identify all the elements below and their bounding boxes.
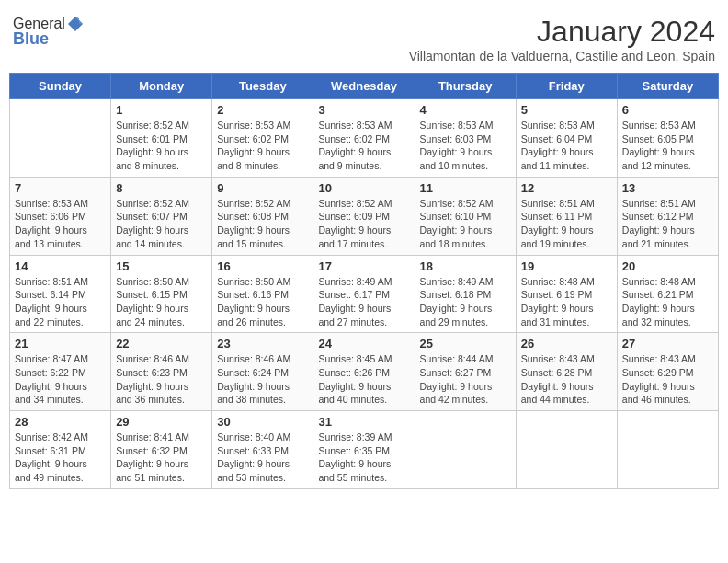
calendar-week-row: 14Sunrise: 8:51 AM Sunset: 6:14 PM Dayli… [10,255,719,333]
day-info: Sunrise: 8:41 AM Sunset: 6:32 PM Dayligh… [116,431,207,485]
weekday-header: Sunday [10,74,111,99]
calendar-day-cell [617,411,718,489]
day-number: 5 [521,103,612,117]
calendar-day-cell: 22Sunrise: 8:46 AM Sunset: 6:23 PM Dayli… [111,333,212,411]
calendar-day-cell [516,411,617,489]
logo: General Blue [13,15,85,49]
calendar-day-cell: 27Sunrise: 8:43 AM Sunset: 6:29 PM Dayli… [617,333,718,411]
day-number: 30 [217,415,308,429]
day-number: 26 [521,337,612,350]
day-info: Sunrise: 8:48 AM Sunset: 6:19 PM Dayligh… [521,275,612,329]
weekday-header: Tuesday [212,74,313,99]
calendar-day-cell: 14Sunrise: 8:51 AM Sunset: 6:14 PM Dayli… [10,255,111,333]
calendar-day-cell: 2Sunrise: 8:53 AM Sunset: 6:02 PM Daylig… [212,99,313,178]
calendar-day-cell: 20Sunrise: 8:48 AM Sunset: 6:21 PM Dayli… [617,255,718,333]
day-info: Sunrise: 8:53 AM Sunset: 6:02 PM Dayligh… [217,119,308,173]
calendar-day-cell: 11Sunrise: 8:52 AM Sunset: 6:10 PM Dayli… [415,177,516,255]
weekday-header: Thursday [415,74,516,99]
day-number: 13 [622,181,713,195]
calendar-day-cell: 12Sunrise: 8:51 AM Sunset: 6:11 PM Dayli… [516,177,617,255]
day-number: 28 [15,415,106,429]
day-info: Sunrise: 8:48 AM Sunset: 6:21 PM Dayligh… [622,275,713,329]
day-info: Sunrise: 8:52 AM Sunset: 6:09 PM Dayligh… [318,197,409,251]
calendar-day-cell: 10Sunrise: 8:52 AM Sunset: 6:09 PM Dayli… [313,177,415,255]
day-number: 17 [318,259,409,273]
day-info: Sunrise: 8:52 AM Sunset: 6:10 PM Dayligh… [420,197,511,251]
weekday-header: Saturday [617,74,718,99]
calendar-day-cell: 9Sunrise: 8:52 AM Sunset: 6:08 PM Daylig… [212,177,313,255]
day-info: Sunrise: 8:52 AM Sunset: 6:08 PM Dayligh… [217,197,308,251]
weekday-header: Wednesday [313,74,415,99]
day-info: Sunrise: 8:43 AM Sunset: 6:28 PM Dayligh… [521,352,612,407]
calendar-day-cell: 4Sunrise: 8:53 AM Sunset: 6:03 PM Daylig… [415,99,516,178]
day-number: 25 [420,337,511,350]
calendar-day-cell: 13Sunrise: 8:51 AM Sunset: 6:12 PM Dayli… [617,177,718,255]
calendar-table: SundayMondayTuesdayWednesdayThursdayFrid… [9,73,719,489]
day-number: 27 [622,337,713,350]
day-number: 18 [420,259,511,273]
day-info: Sunrise: 8:51 AM Sunset: 6:14 PM Dayligh… [15,275,106,329]
day-number: 31 [318,415,409,429]
day-info: Sunrise: 8:46 AM Sunset: 6:23 PM Dayligh… [116,352,207,407]
calendar-day-cell: 8Sunrise: 8:52 AM Sunset: 6:07 PM Daylig… [111,177,212,255]
calendar-week-row: 28Sunrise: 8:42 AM Sunset: 6:31 PM Dayli… [10,411,719,489]
calendar-day-cell: 26Sunrise: 8:43 AM Sunset: 6:28 PM Dayli… [516,333,617,411]
day-number: 14 [15,259,106,273]
day-info: Sunrise: 8:53 AM Sunset: 6:03 PM Dayligh… [420,119,511,173]
calendar-header: SundayMondayTuesdayWednesdayThursdayFrid… [10,74,719,99]
day-info: Sunrise: 8:42 AM Sunset: 6:31 PM Dayligh… [15,431,106,485]
calendar-day-cell: 5Sunrise: 8:53 AM Sunset: 6:04 PM Daylig… [516,99,617,178]
calendar-day-cell [415,411,516,489]
day-number: 1 [116,103,207,117]
day-info: Sunrise: 8:50 AM Sunset: 6:16 PM Dayligh… [217,275,308,329]
calendar-week-row: 1Sunrise: 8:52 AM Sunset: 6:01 PM Daylig… [10,99,719,178]
day-info: Sunrise: 8:40 AM Sunset: 6:33 PM Dayligh… [217,431,308,485]
day-info: Sunrise: 8:52 AM Sunset: 6:01 PM Dayligh… [116,119,207,173]
title-block: January 2024 Villamontan de la Valduerna… [409,15,715,63]
calendar-day-cell: 21Sunrise: 8:47 AM Sunset: 6:22 PM Dayli… [10,333,111,411]
day-info: Sunrise: 8:43 AM Sunset: 6:29 PM Dayligh… [622,352,713,407]
calendar-day-cell: 7Sunrise: 8:53 AM Sunset: 6:06 PM Daylig… [10,177,111,255]
day-number: 3 [318,103,409,117]
day-info: Sunrise: 8:53 AM Sunset: 6:04 PM Dayligh… [521,119,612,173]
calendar-day-cell: 28Sunrise: 8:42 AM Sunset: 6:31 PM Dayli… [10,411,111,489]
day-info: Sunrise: 8:49 AM Sunset: 6:17 PM Dayligh… [318,275,409,329]
calendar-day-cell: 18Sunrise: 8:49 AM Sunset: 6:18 PM Dayli… [415,255,516,333]
day-info: Sunrise: 8:53 AM Sunset: 6:02 PM Dayligh… [318,119,409,173]
calendar-day-cell: 25Sunrise: 8:44 AM Sunset: 6:27 PM Dayli… [415,333,516,411]
day-info: Sunrise: 8:44 AM Sunset: 6:27 PM Dayligh… [420,352,511,407]
calendar-day-cell: 16Sunrise: 8:50 AM Sunset: 6:16 PM Dayli… [212,255,313,333]
day-number: 19 [521,259,612,273]
day-number: 29 [116,415,207,429]
day-number: 12 [521,181,612,195]
day-info: Sunrise: 8:46 AM Sunset: 6:24 PM Dayligh… [217,352,308,407]
calendar-body: 1Sunrise: 8:52 AM Sunset: 6:01 PM Daylig… [10,99,719,489]
day-info: Sunrise: 8:51 AM Sunset: 6:12 PM Dayligh… [622,197,713,251]
day-number: 6 [622,103,713,117]
calendar-day-cell: 17Sunrise: 8:49 AM Sunset: 6:17 PM Dayli… [313,255,415,333]
logo-flag-icon [66,15,85,33]
month-title: January 2024 [409,15,715,49]
day-number: 22 [116,337,207,350]
day-number: 20 [622,259,713,273]
calendar-day-cell: 24Sunrise: 8:45 AM Sunset: 6:26 PM Dayli… [313,333,415,411]
calendar-day-cell [10,99,111,178]
day-info: Sunrise: 8:45 AM Sunset: 6:26 PM Dayligh… [318,352,409,407]
day-number: 23 [217,337,308,350]
page-header: General Blue January 2024 Villamontan de… [9,9,719,69]
day-info: Sunrise: 8:50 AM Sunset: 6:15 PM Dayligh… [116,275,207,329]
day-number: 8 [116,181,207,195]
day-info: Sunrise: 8:47 AM Sunset: 6:22 PM Dayligh… [15,352,106,407]
day-number: 2 [217,103,308,117]
calendar-day-cell: 3Sunrise: 8:53 AM Sunset: 6:02 PM Daylig… [313,99,415,178]
calendar-day-cell: 31Sunrise: 8:39 AM Sunset: 6:35 PM Dayli… [313,411,415,489]
day-number: 16 [217,259,308,273]
calendar-day-cell: 1Sunrise: 8:52 AM Sunset: 6:01 PM Daylig… [111,99,212,178]
day-number: 11 [420,181,511,195]
day-number: 4 [420,103,511,117]
day-number: 10 [318,181,409,195]
weekday-row: SundayMondayTuesdayWednesdayThursdayFrid… [10,74,719,99]
calendar-week-row: 21Sunrise: 8:47 AM Sunset: 6:22 PM Dayli… [10,333,719,411]
calendar-week-row: 7Sunrise: 8:53 AM Sunset: 6:06 PM Daylig… [10,177,719,255]
calendar-day-cell: 29Sunrise: 8:41 AM Sunset: 6:32 PM Dayli… [111,411,212,489]
